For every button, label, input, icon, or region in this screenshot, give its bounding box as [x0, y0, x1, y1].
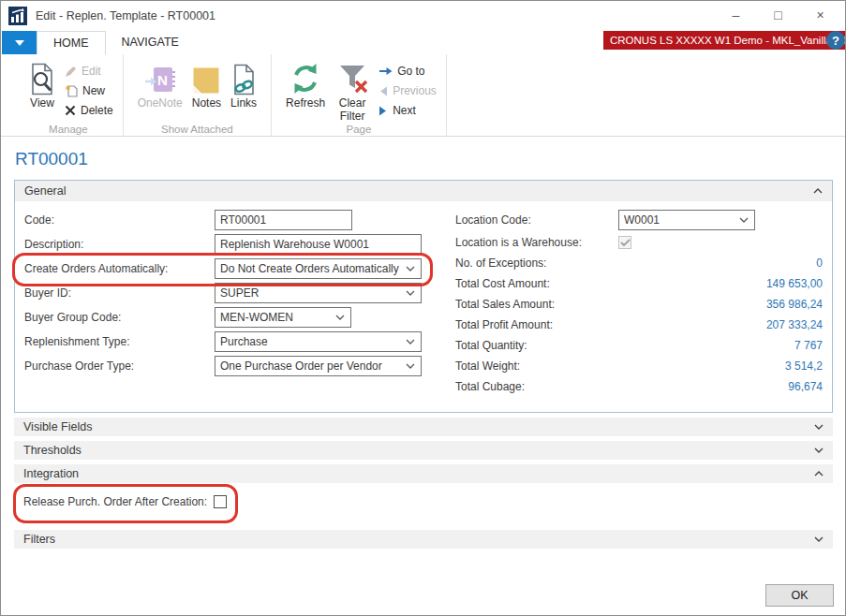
chevron-down-icon[interactable] — [814, 447, 824, 453]
delete-button-label: Delete — [81, 104, 113, 117]
company-badge[interactable]: CRONUS LS XXXXX W1 Demo - MKL_Vanilla_Ne… — [603, 31, 846, 50]
general-panel: General Code: RT00001 Description: Reple… — [14, 180, 833, 413]
total-weight-value: 3 514,2 — [785, 359, 823, 373]
view-button[interactable]: View — [23, 58, 61, 110]
buyer-id-value: SUPER — [220, 286, 259, 300]
new-document-icon — [65, 84, 78, 97]
clear-filter-button-label: Clear Filter — [334, 97, 370, 124]
group-label-show-attached: Show Attached — [124, 124, 271, 135]
chevron-down-icon — [335, 315, 345, 320]
release-purch-order-checkbox[interactable] — [214, 495, 227, 508]
section-thresholds[interactable]: Thresholds — [14, 441, 833, 460]
total-sales-label: Total Sales Amount: — [455, 298, 555, 311]
view-icon — [28, 63, 56, 95]
buyer-group-select[interactable]: MEN-WOMEN — [215, 307, 351, 328]
ribbon-tab-row: HOME NAVIGATE CRONUS LS XXXXX W1 Demo - … — [1, 31, 845, 54]
goto-button[interactable]: Go to — [378, 65, 437, 78]
refresh-button-label: Refresh — [286, 97, 325, 110]
previous-arrow-icon — [378, 86, 388, 96]
purchase-order-type-field-row: Purchase Order Type: One Purchase Order … — [24, 354, 441, 378]
chevron-up-icon[interactable] — [814, 471, 824, 477]
location-code-label: Location Code: — [455, 213, 618, 227]
app-window: Edit - Replen. Template - RT00001 – □ × … — [0, 0, 846, 616]
refresh-button[interactable]: Refresh — [281, 58, 330, 110]
code-input[interactable]: RT00001 — [215, 210, 352, 230]
total-cubage-row: Total Cubage: 96,674 — [455, 376, 823, 397]
purchase-order-type-select[interactable]: One Purchase Order per Vendor — [215, 356, 422, 376]
location-code-select[interactable]: W0001 — [618, 210, 755, 230]
purchase-order-type-label: Purchase Order Type: — [24, 359, 215, 373]
total-profit-label: Total Profit Amount: — [455, 318, 553, 331]
integration-title: Integration — [23, 467, 79, 480]
maximize-button[interactable]: □ — [757, 1, 799, 29]
links-button[interactable]: Links — [226, 58, 261, 110]
thresholds-title: Thresholds — [23, 444, 82, 457]
goto-button-label: Go to — [397, 65, 424, 78]
exceptions-label: No. of Exceptions: — [455, 257, 546, 270]
total-weight-row: Total Weight: 3 514,2 — [455, 356, 823, 376]
application-menu-button[interactable] — [2, 31, 37, 54]
links-chain-icon — [231, 64, 257, 95]
help-icon[interactable]: ? — [826, 31, 845, 50]
clear-filter-button[interactable]: Clear Filter — [330, 58, 375, 124]
section-visible-fields[interactable]: Visible Fields — [14, 418, 833, 436]
close-button[interactable]: × — [799, 1, 841, 29]
create-orders-select[interactable]: Do Not Create Orders Automatically — [215, 258, 422, 279]
group-label-manage: Manage — [14, 124, 123, 135]
onenote-button[interactable]: N OneNote — [133, 58, 187, 110]
visible-fields-title: Visible Fields — [23, 420, 92, 433]
links-button-label: Links — [230, 97, 257, 110]
delete-button[interactable]: Delete — [65, 104, 113, 117]
page-title: RT00001 — [15, 149, 845, 169]
ok-button[interactable]: OK — [765, 584, 834, 607]
release-purch-order-label: Release Purch. Order After Creation: — [23, 495, 214, 508]
total-sales-row: Total Sales Amount: 356 986,24 — [455, 294, 823, 315]
replenishment-type-select[interactable]: Purchase — [215, 331, 422, 352]
section-integration[interactable]: Integration — [14, 464, 833, 483]
location-code-value: W0001 — [624, 213, 660, 227]
total-quantity-label: Total Quantity: — [455, 339, 527, 352]
edit-button[interactable]: Edit — [65, 65, 113, 78]
buyer-id-select[interactable]: SUPER — [215, 283, 422, 303]
tab-navigate[interactable]: NAVIGATE — [106, 31, 195, 54]
ribbon-group-page: Refresh Clear Filter Go to Pr — [271, 54, 447, 136]
manage-small-buttons: Edit New Delete — [65, 58, 113, 117]
edit-button-label: Edit — [82, 65, 101, 78]
tab-home[interactable]: HOME — [37, 31, 106, 54]
chevron-down-icon — [406, 363, 415, 369]
general-left-column: Code: RT00001 Description: Replenish War… — [24, 208, 441, 397]
new-button-label: New — [82, 84, 105, 97]
refresh-icon — [289, 62, 322, 95]
replenishment-type-value: Purchase — [220, 335, 268, 348]
previous-button-label: Previous — [393, 84, 437, 97]
notes-button[interactable]: Notes — [187, 58, 226, 110]
location-warehouse-checkbox — [618, 236, 631, 249]
create-orders-value: Do Not Create Orders Automatically — [220, 262, 399, 275]
description-input[interactable]: Replenish Warehouse W0001 — [215, 234, 422, 255]
section-filters[interactable]: Filters — [14, 530, 833, 549]
next-arrow-icon — [378, 106, 388, 116]
next-button[interactable]: Next — [378, 104, 437, 117]
create-orders-field-row: Create Orders Automatically: Do Not Crea… — [24, 257, 441, 281]
total-cubage-label: Total Cubage: — [455, 380, 525, 393]
delete-x-icon — [65, 105, 76, 116]
chevron-down-icon[interactable] — [814, 536, 824, 542]
filters-title: Filters — [23, 533, 55, 546]
total-quantity-value: 7 767 — [794, 339, 823, 352]
window-title: Edit - Replen. Template - RT00001 — [36, 9, 215, 22]
general-panel-header[interactable]: General — [15, 181, 832, 201]
previous-button[interactable]: Previous — [378, 84, 437, 97]
page-small-buttons: Go to Previous Next — [378, 58, 437, 117]
exceptions-value[interactable]: 0 — [816, 257, 823, 270]
edit-pencil-icon — [65, 66, 77, 78]
clear-filter-icon — [335, 64, 369, 95]
minimize-button[interactable]: – — [715, 1, 757, 29]
description-label: Description: — [24, 238, 215, 251]
location-warehouse-label: Location is a Warehouse: — [455, 236, 618, 249]
chevron-up-icon[interactable] — [813, 188, 823, 194]
tab-navigate-label: NAVIGATE — [122, 36, 179, 49]
general-panel-title: General — [24, 184, 66, 198]
new-button[interactable]: New — [65, 84, 113, 97]
chevron-down-icon[interactable] — [814, 424, 824, 430]
ribbon-group-show-attached: N OneNote Notes — [123, 54, 271, 136]
